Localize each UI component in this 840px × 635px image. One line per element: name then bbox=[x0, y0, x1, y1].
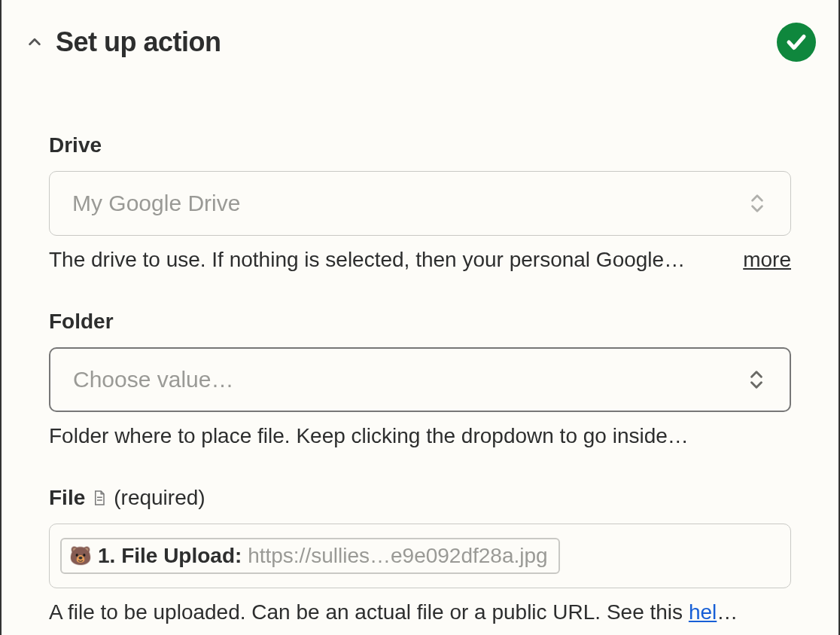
drive-label: Drive bbox=[49, 133, 102, 157]
header-left: Set up action bbox=[24, 26, 221, 58]
folder-helper: Folder where to place file. Keep clickin… bbox=[49, 424, 791, 448]
drive-dropdown[interactable]: My Google Drive bbox=[49, 171, 791, 236]
drive-value: My Google Drive bbox=[72, 191, 240, 216]
drive-helper-row: The drive to use. If nothing is selected… bbox=[49, 248, 791, 272]
file-required: (required) bbox=[114, 486, 205, 510]
file-label: File bbox=[49, 486, 85, 510]
folder-dropdown[interactable]: Choose value… bbox=[49, 347, 791, 412]
drive-more-link[interactable]: more bbox=[743, 248, 791, 272]
field-label-row: File (required) bbox=[49, 486, 791, 510]
folder-label: Folder bbox=[49, 310, 114, 334]
panel-title: Set up action bbox=[56, 26, 221, 58]
file-helper-row: A file to be uploaded. Can be an actual … bbox=[49, 600, 791, 624]
file-input[interactable]: 🐻 1. File Upload: https://sullies…e9e092… bbox=[49, 524, 791, 588]
field-file: File (required) 🐻 1. File Upload: https:… bbox=[24, 486, 816, 624]
field-drive: Drive My Google Drive The drive to use. … bbox=[24, 133, 816, 272]
setup-action-panel: Set up action Drive My Google Drive The … bbox=[0, 0, 840, 635]
folder-helper-row: Folder where to place file. Keep clickin… bbox=[49, 424, 791, 448]
updown-caret-icon bbox=[746, 367, 767, 392]
drive-helper: The drive to use. If nothing is selected… bbox=[49, 248, 728, 272]
file-help-link[interactable]: hel bbox=[689, 600, 717, 624]
folder-placeholder: Choose value… bbox=[73, 367, 233, 392]
status-check-icon bbox=[777, 23, 816, 62]
file-helper: A file to be uploaded. Can be an actual … bbox=[49, 600, 791, 624]
field-label-row: Folder bbox=[49, 310, 791, 334]
file-pill-text: 1. File Upload: https://sullies…e9e092df… bbox=[98, 544, 548, 568]
file-icon bbox=[93, 490, 106, 506]
panel-header: Set up action bbox=[24, 23, 816, 62]
field-label-row: Drive bbox=[49, 133, 791, 157]
file-pill-label: 1. File Upload: bbox=[98, 544, 248, 567]
jotform-icon: 🐻 bbox=[69, 545, 92, 567]
updown-caret-icon bbox=[747, 191, 768, 216]
file-pill-value: https://sullies…e9e092df28a.jpg bbox=[248, 544, 548, 567]
field-folder: Folder Choose value… Folder where to pla… bbox=[24, 310, 816, 448]
chevron-up-icon[interactable] bbox=[24, 32, 45, 53]
file-value-pill[interactable]: 🐻 1. File Upload: https://sullies…e9e092… bbox=[60, 538, 560, 574]
